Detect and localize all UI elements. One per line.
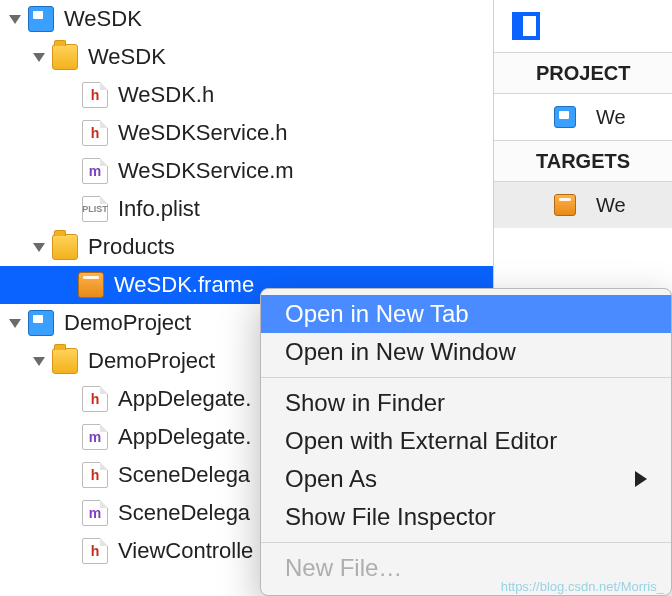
nav-item-label: WeSDK.h: [118, 82, 493, 108]
header-file-icon: h: [82, 538, 108, 564]
target-row[interactable]: We: [494, 182, 672, 228]
menu-separator: [261, 377, 671, 378]
menu-open-new-tab[interactable]: Open in New Tab: [261, 295, 671, 333]
project-row-label: We: [596, 106, 626, 129]
menu-item-label: Show File Inspector: [285, 503, 496, 531]
folder-icon: [52, 44, 78, 70]
menu-item-label: Open in New Window: [285, 338, 516, 366]
nav-file-wesdkservice-m[interactable]: m WeSDKService.m: [0, 152, 493, 190]
folder-icon: [52, 234, 78, 260]
disclosure-triangle-icon[interactable]: [6, 10, 24, 28]
header-file-icon: h: [82, 120, 108, 146]
plist-file-icon: PLIST: [82, 196, 108, 222]
editor-layout-bar: [494, 0, 672, 52]
nav-folder-products[interactable]: Products: [0, 228, 493, 266]
impl-file-icon: m: [82, 500, 108, 526]
nav-project-wesdk[interactable]: WeSDK: [0, 0, 493, 38]
menu-show-file-inspector[interactable]: Show File Inspector: [261, 498, 671, 536]
disclosure-triangle-icon[interactable]: [30, 48, 48, 66]
nav-item-label: WeSDKService.h: [118, 120, 493, 146]
framework-icon: [78, 272, 104, 298]
submenu-indicator: [635, 465, 647, 493]
project-row[interactable]: We: [494, 94, 672, 140]
nav-file-info-plist[interactable]: PLIST Info.plist: [0, 190, 493, 228]
framework-target-icon: [554, 194, 576, 216]
xcode-window: WeSDK WeSDK h WeSDK.h h WeSDKService.h m…: [0, 0, 672, 596]
menu-item-label: Show in Finder: [285, 389, 445, 417]
disclosure-triangle-icon[interactable]: [6, 314, 24, 332]
disclosure-triangle-icon[interactable]: [30, 352, 48, 370]
layout-mode-icon[interactable]: [512, 12, 540, 40]
targets-section-header: TARGETS: [494, 140, 672, 182]
impl-file-icon: m: [82, 158, 108, 184]
header-file-icon: h: [82, 386, 108, 412]
menu-item-label: Open As: [285, 465, 377, 493]
menu-new-file: New File…: [261, 549, 671, 587]
project-icon: [28, 6, 54, 32]
target-row-label: We: [596, 194, 626, 217]
nav-item-label: WeSDK: [88, 44, 493, 70]
folder-icon: [52, 348, 78, 374]
chevron-right-icon: [635, 471, 647, 487]
menu-item-label: Open in New Tab: [285, 300, 469, 328]
nav-item-label: WeSDKService.m: [118, 158, 493, 184]
project-icon: [554, 106, 576, 128]
project-section-header: PROJECT: [494, 52, 672, 94]
menu-show-in-finder[interactable]: Show in Finder: [261, 384, 671, 422]
menu-open-new-window[interactable]: Open in New Window: [261, 333, 671, 371]
menu-open-as[interactable]: Open As: [261, 460, 671, 498]
context-menu[interactable]: Open in New Tab Open in New Window Show …: [260, 288, 672, 596]
header-file-icon: h: [82, 82, 108, 108]
nav-folder-wesdk[interactable]: WeSDK: [0, 38, 493, 76]
disclosure-triangle-icon[interactable]: [30, 238, 48, 256]
nav-file-wesdk-h[interactable]: h WeSDK.h: [0, 76, 493, 114]
menu-open-external-editor[interactable]: Open with External Editor: [261, 422, 671, 460]
menu-item-label: Open with External Editor: [285, 427, 557, 455]
header-file-icon: h: [82, 462, 108, 488]
menu-separator: [261, 542, 671, 543]
nav-item-label: Products: [88, 234, 493, 260]
impl-file-icon: m: [82, 424, 108, 450]
menu-item-label: New File…: [285, 554, 402, 582]
nav-item-label: Info.plist: [118, 196, 493, 222]
nav-item-label: WeSDK: [64, 6, 493, 32]
nav-file-wesdkservice-h[interactable]: h WeSDKService.h: [0, 114, 493, 152]
project-icon: [28, 310, 54, 336]
